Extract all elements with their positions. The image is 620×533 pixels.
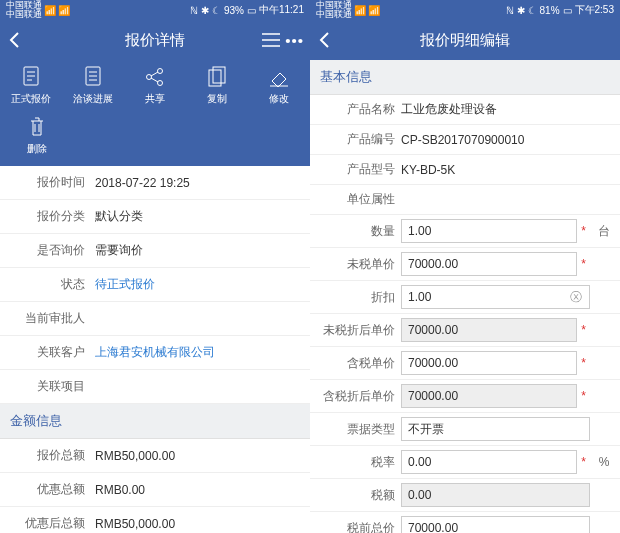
share-button[interactable]: 共享 [130, 66, 180, 106]
nfc-icon: ℕ [506, 5, 514, 16]
title-bar: 报价明细编辑 [310, 20, 620, 60]
tax-input [401, 483, 590, 507]
moon-icon: ☾ [212, 5, 221, 16]
toolbar: 正式报价 洽谈进展 共享 复制 修改 [0, 60, 310, 116]
document-lines-icon [82, 66, 104, 88]
modify-button[interactable]: 修改 [254, 66, 304, 106]
qty-input[interactable] [401, 219, 577, 243]
wifi-icon: 📶 [368, 5, 380, 16]
clear-icon[interactable]: ⓧ [568, 289, 584, 306]
svg-point-3 [158, 69, 163, 74]
detail-content: 报价时间2018-07-22 19:25 报价分类默认分类 是否询价需要询价 状… [0, 166, 310, 533]
wifi-icon: 📶 [58, 5, 70, 16]
quote-edit-screen: 中国联通 中国联通 📶 📶 ℕ ✱ ☾ 81% ▭ 下午2:53 报价明细编辑 … [310, 0, 620, 533]
battery-icon: ▭ [563, 5, 572, 16]
svg-point-4 [158, 81, 163, 86]
share-icon [144, 66, 166, 88]
taxed-input[interactable] [401, 351, 577, 375]
negotiate-button[interactable]: 洽谈进展 [68, 66, 118, 106]
basic-info-header: 基本信息 [310, 60, 620, 95]
clock-text: 下午2:53 [575, 3, 614, 17]
quote-total-value: RMB50,000.00 [95, 449, 300, 463]
after-total-value: RMB50,000.00 [95, 517, 300, 531]
page-title: 报价明细编辑 [420, 31, 510, 50]
svg-point-2 [147, 75, 152, 80]
delete-button[interactable]: 删除 [12, 116, 62, 156]
required-mark: * [581, 224, 586, 238]
product-name: 工业危废处理设备 [401, 101, 614, 118]
title-bar: 报价详情 ••• [0, 20, 310, 60]
signal-icon: 📶 [354, 5, 366, 16]
svg-rect-6 [213, 67, 225, 83]
taxrate-input[interactable] [401, 450, 577, 474]
inquiry-value: 需要询价 [95, 242, 300, 259]
copy-button[interactable]: 复制 [192, 66, 242, 106]
menu-button[interactable] [262, 20, 280, 60]
form-content: 基本信息 产品名称工业危废处理设备 产品编号CP-SB2017070900010… [310, 60, 620, 533]
back-button[interactable] [8, 20, 20, 60]
taxed-after-input [401, 384, 577, 408]
discount-total-value: RMB0.00 [95, 483, 300, 497]
invoice-select[interactable] [401, 417, 590, 441]
status-value: 待正式报价 [95, 276, 300, 293]
quote-detail-screen: 中国联通 中国联通 📶 📶 ℕ ✱ ☾ 93% ▭ 中午11:21 报价详情 •… [0, 0, 310, 533]
document-check-icon [20, 66, 42, 88]
signal-icon: 📶 [44, 5, 56, 16]
svg-rect-5 [209, 70, 221, 86]
product-code: CP-SB2017070900010 [401, 133, 614, 147]
percent-unit: % [594, 455, 614, 469]
category-value: 默认分类 [95, 208, 300, 225]
status-bar: 中国联通 中国联通 📶 📶 ℕ ✱ ☾ 93% ▭ 中午11:21 [0, 0, 310, 20]
quote-time-value: 2018-07-22 19:25 [95, 176, 300, 190]
pretax-input[interactable] [401, 252, 577, 276]
copy-icon [206, 66, 228, 88]
battery-text: 93% [224, 5, 244, 16]
nfc-icon: ℕ [190, 5, 198, 16]
page-title: 报价详情 [125, 31, 185, 50]
clock-text: 中午11:21 [259, 3, 304, 17]
moon-icon: ☾ [528, 5, 537, 16]
carrier-2: 中国联通 [316, 10, 352, 19]
pretax-total-input[interactable] [401, 516, 590, 533]
carrier-2: 中国联通 [6, 10, 42, 19]
status-bar: 中国联通 中国联通 📶 📶 ℕ ✱ ☾ 81% ▭ 下午2:53 [310, 0, 620, 20]
trash-icon [26, 116, 48, 138]
eraser-icon [268, 66, 290, 88]
pretax-after-input [401, 318, 577, 342]
qty-unit: 台 [594, 223, 614, 240]
more-button[interactable]: ••• [285, 20, 304, 60]
bluetooth-icon: ✱ [201, 5, 209, 16]
customer-link[interactable]: 上海君安机械有限公司 [95, 344, 300, 361]
discount-input[interactable] [401, 285, 590, 309]
product-model: KY-BD-5K [401, 163, 614, 177]
bluetooth-icon: ✱ [517, 5, 525, 16]
back-button[interactable] [318, 20, 330, 60]
amount-section-header: 金额信息 [0, 404, 310, 439]
formal-quote-button[interactable]: 正式报价 [6, 66, 56, 106]
battery-text: 81% [540, 5, 560, 16]
battery-icon: ▭ [247, 5, 256, 16]
